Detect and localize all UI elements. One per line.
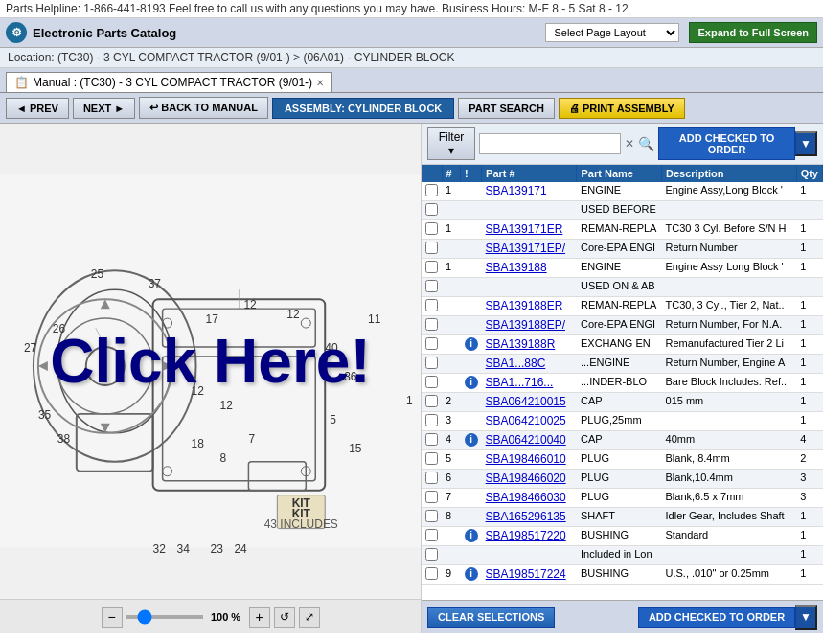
part-number-link[interactable]: SBA198466010 (486, 452, 566, 466)
part-number-link[interactable]: SBA139188EP/ (486, 318, 565, 332)
part-number-link[interactable]: SBA064210025 (486, 414, 566, 427)
zoom-slider[interactable] (126, 615, 203, 619)
part-number-link[interactable]: SBA139188 (486, 261, 547, 274)
row-part-name: SHAFT (577, 508, 662, 527)
row-checkbox[interactable] (425, 318, 438, 331)
row-checkbox[interactable] (425, 548, 438, 561)
part-number-link[interactable]: SBA139188R (486, 337, 556, 351)
part-number-link[interactable]: SBA139171EP/ (486, 242, 565, 255)
breadcrumb: Location: (TC30) - 3 CYL COMPACT TRACTOR… (0, 48, 823, 68)
info-icon[interactable]: i (465, 567, 478, 581)
part-number-link[interactable]: SBA064210040 (486, 433, 566, 447)
add-to-order-dropdown-bottom[interactable]: ▼ (795, 605, 817, 630)
part-number-link[interactable]: SBA1...88C (486, 356, 546, 370)
table-row: 1SBA139171ENGINEEngine Assy,Long Block '… (422, 182, 823, 201)
table-row: 1SBA139171ERREMAN-REPLATC30 3 Cyl. Befor… (422, 220, 823, 240)
row-info (461, 259, 482, 278)
page-layout-select[interactable]: Select Page Layout (545, 23, 679, 42)
add-to-order-button-bottom[interactable]: ADD CHECKED TO ORDER (638, 607, 795, 628)
clear-selections-button[interactable]: CLEAR SELECTIONS (427, 607, 555, 628)
row-part-number: SBA165296135 (482, 508, 577, 527)
row-checkbox[interactable] (425, 567, 438, 580)
part-number-link[interactable]: SBA1...716... (486, 376, 554, 389)
row-checkbox[interactable] (425, 184, 438, 196)
part-number-link[interactable]: SBA139171 (486, 184, 547, 197)
row-checkbox[interactable] (425, 299, 438, 311)
row-checkbox[interactable] (425, 491, 438, 503)
row-info (461, 412, 482, 431)
row-checkbox[interactable] (425, 395, 438, 407)
row-checkbox[interactable] (425, 222, 438, 235)
zoom-reset-button[interactable]: ↺ (274, 607, 295, 628)
part-number-link[interactable]: SBA198466020 (486, 472, 566, 485)
filter-button[interactable]: Filter ▾ (427, 127, 475, 160)
parts-table-wrapper[interactable]: # ! Part # Part Name Description Qty 1SB… (422, 165, 823, 600)
row-checkbox[interactable] (425, 433, 438, 446)
row-checkbox[interactable] (425, 414, 438, 426)
row-checkbox[interactable] (425, 452, 438, 465)
part-number-link[interactable]: SBA064210015 (486, 395, 566, 408)
table-row: Included in Lon1 (422, 546, 823, 565)
add-checked-dropdown-button[interactable]: ▼ (795, 131, 817, 156)
part-number-link[interactable]: SBA198517224 (486, 567, 566, 581)
row-part-number (482, 546, 577, 565)
row-description: Engine Assy,Long Block ' (662, 182, 797, 201)
row-description (662, 412, 797, 431)
row-checkbox[interactable] (425, 376, 438, 388)
row-description (662, 546, 797, 565)
svg-text:38: 38 (57, 432, 71, 446)
row-info (461, 546, 482, 565)
add-checked-button[interactable]: ADD CHECKED TO ORDER (658, 127, 795, 160)
part-number-link[interactable]: SBA198466030 (486, 491, 566, 504)
part-number-link[interactable]: SBA139188ER (486, 299, 563, 312)
tab-close-icon[interactable]: ✕ (316, 78, 324, 88)
info-icon[interactable]: i (465, 337, 478, 351)
row-checkbox[interactable] (425, 203, 438, 216)
diagram-panel: KIT KIT 43 INCLUDES 27 26 37 25 35 38 32… (0, 124, 422, 633)
filter-input[interactable] (479, 133, 621, 154)
manual-tab[interactable]: 📋 Manual : (TC30) - 3 CYL COMPACT TRACTO… (6, 72, 332, 92)
row-num (442, 546, 461, 565)
part-number-link[interactable]: SBA198517220 (486, 529, 566, 542)
row-checkbox[interactable] (425, 472, 438, 484)
part-number-link[interactable]: SBA165296135 (486, 510, 566, 523)
filter-clear-icon[interactable]: ✕ (625, 137, 634, 150)
info-icon[interactable]: i (465, 433, 478, 447)
row-description: Blank,6.5 x 7mm (662, 489, 797, 508)
zoom-out-button[interactable]: − (102, 607, 123, 628)
filter-search-icon[interactable]: 🔍 (638, 136, 654, 151)
row-checkbox[interactable] (425, 261, 438, 273)
prev-button[interactable]: ◄ PREV (6, 98, 69, 119)
row-description: TC30 3 Cyl. Before S/N H (662, 220, 797, 240)
row-checkbox[interactable] (425, 356, 438, 369)
back-to-manual-button[interactable]: ↩ BACK TO MANUAL (139, 97, 268, 119)
part-number-link[interactable]: SBA139171ER (486, 222, 563, 236)
print-assembly-button[interactable]: 🖨 PRINT ASSEMBLY (559, 98, 685, 119)
col-info: ! (461, 165, 482, 182)
zoom-fit-button[interactable]: ⤢ (299, 607, 320, 628)
svg-text:12: 12 (219, 399, 233, 412)
row-qty: 1 (796, 297, 822, 316)
app-title: Electronic Parts Catalog (33, 26, 176, 40)
row-description: Return Number, Engine A (662, 355, 797, 374)
svg-text:36: 36 (344, 370, 357, 383)
part-search-button[interactable]: PART SEARCH (458, 98, 555, 119)
diagram-image[interactable]: KIT KIT 43 INCLUDES 27 26 37 25 35 38 32… (0, 124, 421, 599)
row-num: 1 (442, 259, 461, 278)
row-num (442, 278, 461, 297)
next-button[interactable]: NEXT ► (73, 98, 135, 119)
row-part-number: SBA139171 (482, 182, 577, 201)
row-checkbox[interactable] (425, 510, 438, 522)
svg-text:37: 37 (149, 277, 162, 290)
info-icon[interactable]: i (465, 376, 478, 389)
info-icon[interactable]: i (465, 529, 478, 542)
zoom-in-button[interactable]: + (249, 607, 270, 628)
row-checkbox[interactable] (425, 280, 438, 292)
row-checkbox[interactable] (425, 529, 438, 541)
expand-button[interactable]: Expand to Full Screen (689, 22, 817, 43)
row-checkbox[interactable] (425, 242, 438, 254)
row-checkbox[interactable] (425, 337, 438, 350)
row-num: 1 (442, 182, 461, 201)
row-info (461, 316, 482, 335)
row-part-number: SBA1...716... (482, 374, 577, 393)
